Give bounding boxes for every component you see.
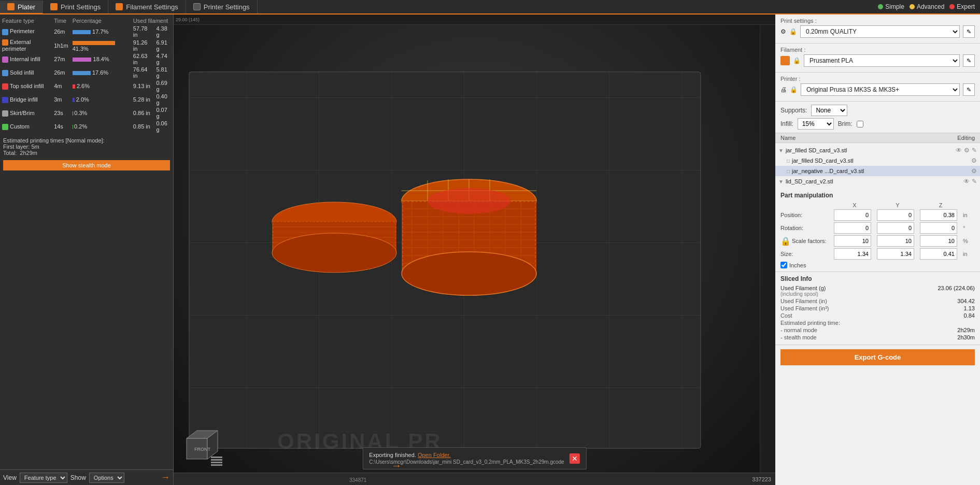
filament-in-value: 304.42	[957, 298, 975, 304]
edit-icon[interactable]: ✎	[972, 147, 977, 154]
rotation-x-input[interactable]	[834, 222, 871, 234]
object-tree-item[interactable]: ▼ lid_SD_card_v2.stl 👁 ✎	[775, 176, 980, 187]
3d-objects	[251, 118, 562, 315]
pct-cell: 2.6%	[70, 79, 131, 93]
tab-printer-settings[interactable]: Printer Settings	[186, 0, 258, 13]
export-gcode-button[interactable]: Export G-code	[780, 349, 975, 365]
time-cell: 4m	[52, 79, 70, 93]
show-select[interactable]: Options	[89, 473, 124, 483]
object-tree-item[interactable]: □ jar_filled SD_card_v3.stl ⚙	[775, 155, 980, 166]
svg-rect-50	[211, 464, 222, 466]
time-cell: 23s	[52, 106, 70, 120]
scale-lock-icon[interactable]: 🔒	[780, 236, 791, 246]
position-x-input[interactable]	[834, 209, 871, 221]
tab-filament-settings[interactable]: Filament Settings	[108, 0, 186, 13]
stats-row: External perimeter 1h1m 41.3% 91.26 in 6…	[0, 38, 173, 52]
dist-cell: 9.13 in	[131, 79, 154, 93]
size-y-input[interactable]	[877, 248, 914, 260]
filament-in3-row: Used Filament (in³) 1.13	[780, 305, 975, 311]
col-time: Time	[52, 17, 70, 25]
object-name: jar_filled SD_card_v3.stl	[786, 147, 954, 153]
stealth-mode-label: - stealth mode	[780, 334, 817, 340]
dist-cell: 0.86 in	[131, 106, 154, 120]
view-controls: View Feature type Show Options →	[0, 469, 173, 485]
rotation-z-input[interactable]	[920, 222, 957, 234]
supports-select[interactable]: None	[811, 105, 847, 116]
notification-close-button[interactable]: ✕	[570, 453, 580, 464]
pm-y-header: Y	[877, 202, 918, 208]
scale-y-input[interactable]	[877, 235, 914, 247]
mode-expert[interactable]: Expert	[949, 3, 975, 10]
advanced-dot	[910, 4, 915, 9]
tree-expand-icon: ▼	[778, 179, 784, 184]
edit-icon[interactable]: ✎	[972, 178, 977, 185]
filament-settings-icon	[116, 3, 123, 10]
tab-bar: Plater Print Settings Filament Settings …	[0, 0, 980, 15]
tree-editing-col: Editing	[957, 135, 975, 141]
size-x-input[interactable]	[834, 248, 871, 260]
pct-cell: 41.3%	[70, 38, 131, 52]
size-z-input[interactable]	[920, 248, 957, 260]
stealth-mode-value: 2h30m	[957, 334, 975, 340]
eye-icon[interactable]: 👁	[963, 178, 970, 185]
tab-print-settings[interactable]: Print Settings	[43, 0, 108, 13]
scale-z-input[interactable]	[920, 235, 957, 247]
supports-label: Supports:	[780, 107, 807, 114]
object-tree-item[interactable]: ▼ jar_filled SD_card_v3.stl 👁 ⚙ ✎	[775, 145, 980, 155]
object-tree-item[interactable]: □ jar_negative ...D_card_v3.stl ⚙	[775, 166, 980, 176]
printer-edit-button[interactable]: ✎	[963, 83, 975, 96]
notif-link[interactable]: Open Folder.	[418, 452, 451, 458]
printer-select[interactable]: Original Prusa i3 MK3S & MK3S+	[801, 83, 960, 96]
tab-plater[interactable]: Plater	[0, 1, 43, 14]
filament-in3-label: Used Filament (in³)	[780, 305, 829, 311]
stats-row: Custom 14s 0.2% 0.85 in 0.06 g	[0, 120, 173, 133]
estimated-section: Estimated printing times [Normal mode]: …	[0, 135, 173, 158]
position-z-input[interactable]	[920, 209, 957, 221]
view-select[interactable]: Feature type	[20, 473, 67, 483]
svg-rect-47	[211, 457, 222, 458]
show-stealth-button[interactable]: Show stealth mode	[3, 160, 170, 170]
tab-plater-label: Plater	[18, 3, 35, 11]
sliced-info-title: Sliced Info	[780, 275, 975, 282]
filament-g-value: 23.06 (224.06)	[938, 285, 975, 297]
svg-point-12	[272, 233, 396, 273]
gear-icon[interactable]: ⚙	[971, 167, 977, 175]
position-y-input[interactable]	[877, 209, 914, 221]
nav-cube[interactable]: FRONT	[184, 428, 225, 469]
infill-select[interactable]: 15%	[798, 118, 834, 130]
print-settings-edit-button[interactable]: ✎	[963, 25, 975, 38]
eye-icon[interactable]: 👁	[956, 147, 962, 154]
printer-label: Printer :	[780, 76, 975, 82]
dist-cell: 57.78 in	[131, 25, 154, 38]
brim-label: Brim:	[838, 120, 853, 127]
pm-col-headers: X Y Z	[780, 202, 975, 208]
rotation-y-input[interactable]	[877, 222, 914, 234]
print-settings-section: Print settings : ⚙ 🔒 0.20mm QUALITY ✎	[775, 15, 980, 44]
object-tree: ▼ jar_filled SD_card_v3.stl 👁 ⚙ ✎ □ jar_…	[775, 143, 980, 189]
gear-icon[interactable]: ⚙	[964, 147, 970, 154]
mode-simple[interactable]: Simple	[878, 3, 904, 10]
mode-advanced[interactable]: Advanced	[910, 3, 944, 10]
simple-dot	[878, 4, 883, 9]
print-settings-icon	[50, 3, 58, 10]
filament-edit-button[interactable]: ✎	[963, 54, 975, 67]
feature-label: Bridge infill	[10, 96, 38, 103]
gear-icon[interactable]: ⚙	[971, 157, 977, 164]
rotation-label: Rotation:	[780, 225, 832, 231]
filament-swatch	[780, 56, 790, 65]
print-settings-select[interactable]: 0.20mm QUALITY	[800, 25, 960, 38]
scale-label: Scale factors:	[792, 238, 827, 244]
pm-scale-row: 🔒 Scale factors: % ↺	[780, 235, 975, 247]
filament-select[interactable]: Prusament PLA	[804, 54, 960, 67]
dist-cell: 62.63 in	[131, 52, 154, 66]
brim-checkbox[interactable]	[857, 121, 863, 127]
g-cell: 6.91 g	[154, 38, 173, 52]
inches-checkbox[interactable]	[780, 262, 787, 268]
time-cell: 27m	[52, 52, 70, 66]
time-cell: 3m	[52, 93, 70, 106]
infill-label: Infill:	[780, 120, 793, 127]
object-name: jar_filled SD_card_v3.stl	[792, 158, 969, 164]
part-manipulation-title: Part manipulation	[780, 192, 975, 199]
feature-label: Solid infill	[10, 69, 34, 76]
scale-x-input[interactable]	[834, 235, 871, 247]
